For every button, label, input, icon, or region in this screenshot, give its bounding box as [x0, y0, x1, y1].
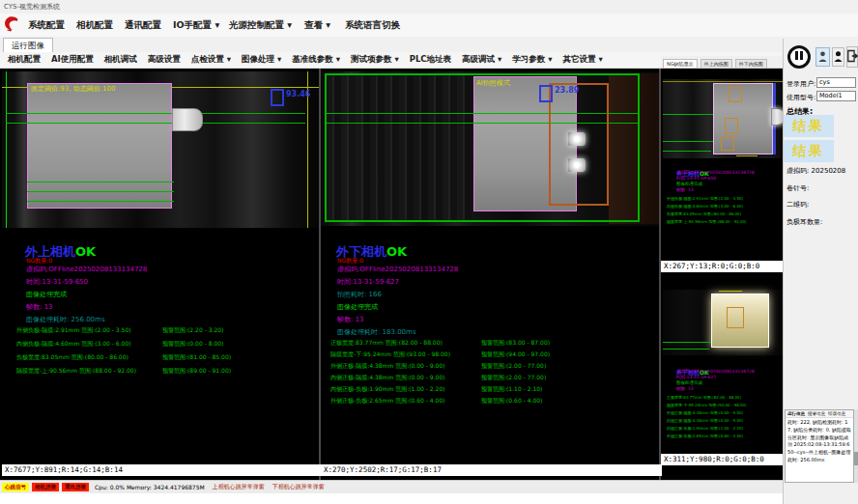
tab-connector-part — [172, 108, 203, 131]
roi-value: 23.89 — [555, 86, 579, 95]
roi-small-box — [725, 118, 738, 133]
tab-run-info[interactable]: 运行信息 — [787, 411, 805, 416]
toolbar-other-settings[interactable]: 其它设置 ▾ — [563, 54, 603, 66]
roi-small-box — [727, 307, 744, 328]
thumb-upper-done: 图像处理完成 — [676, 182, 702, 186]
tab-ng-defect-display[interactable]: NG缺陷显示 — [663, 59, 698, 68]
qr-code-label: 二维码: — [786, 200, 809, 210]
login-user-button[interactable] — [815, 47, 830, 67]
app-logo-icon — [3, 15, 20, 33]
cpu-memory-text: Cpu: 0.0% Memory: 3424.41796875M — [95, 484, 205, 490]
menu-item-view[interactable]: 查看 ▾ — [300, 14, 335, 37]
tab-alarm-info[interactable]: 报警信息 — [808, 411, 825, 416]
lower-done-text: 图像处理完成 — [337, 302, 378, 312]
toolbar-spotcheck-settings[interactable]: 点检设置 ▾ — [191, 54, 231, 66]
thumb-measure-row: 内侧负极-隔膜:4.60mm 范围:(3.00 - 6.00) — [667, 204, 743, 209]
model-input[interactable]: Model1 — [816, 91, 856, 101]
roi-value: 93.46 — [286, 90, 310, 98]
toolbar-advanced-debug[interactable]: 高级调试 ▾ — [462, 54, 501, 66]
measure-row: 内侧正极-负极:1.90mm 范围:(1.00 - 2.20)预警范围:(1.1… — [330, 385, 649, 394]
exit-button[interactable] — [846, 46, 858, 68]
thumb-measure-row: 外侧正极-负极:2.65mm 范围:(0.60 - 4.00) — [667, 434, 743, 438]
lower-camera-status: OK — [386, 244, 407, 259]
status-bar: 心跳信号 相机连接 通讯连接 Cpu: 0.0% Memory: 3424.41… — [0, 480, 783, 493]
thumb-lower-done: 图像处理完成 — [676, 380, 702, 385]
user-dark-icon — [834, 48, 843, 67]
upper-time: 时间:13-31-59-650 — [26, 277, 88, 287]
tab-error-info[interactable]: 错误信息 — [828, 411, 845, 416]
roi-blue-box — [539, 85, 553, 102]
toolbar-ai-use-config[interactable]: AI使用配置 — [51, 54, 94, 66]
app-window: CYS-视觉检测系统 系统配置 相机配置 通讯配置 IO手配置 ▾ 光源控制配置… — [0, 0, 858, 504]
menu-item-language-switch[interactable]: 系统语言切换 — [340, 14, 405, 37]
measure-row: 内侧正极-隔膜:4.38mm 范围:(0.00 - 9.00)预警范围:(2.0… — [330, 374, 649, 382]
baseline-yellow — [663, 81, 783, 82]
lower-thumbnail-image[interactable] — [663, 290, 783, 355]
login-user-label: 登录用户: — [786, 79, 815, 89]
info-scrollbar[interactable] — [854, 409, 858, 483]
menu-item-light-control[interactable]: 光源控制配置 ▾ — [224, 14, 297, 37]
tab-upper-inner-image[interactable]: 外上内伤图 — [701, 59, 732, 68]
electrode-tab-highlight — [568, 132, 586, 146]
upper-camera-image[interactable]: 固定阈值:93, 动态阈值:100 93.46 — [2, 71, 319, 228]
thumb-measure-row: 内侧正极-隔膜:4.38mm 范围:(0.00 - 9.00) — [667, 418, 743, 423]
tiny-annotation — [719, 291, 742, 292]
comm-link-badge: 通讯连接 — [62, 483, 89, 491]
upper-thumbnail-image[interactable] — [663, 79, 783, 158]
measure-row: 外侧正极-负极:2.65mm 范围:(0.60 - 4.00)预警范围:(0.6… — [330, 397, 649, 406]
thumb-measure-row: 外侧负极-隔膜:2.91mm 范围:(2.00 - 3.50) — [667, 196, 743, 201]
user-icon — [818, 48, 827, 67]
toolbar-learning-params[interactable]: 学习参数 ▾ — [512, 54, 552, 66]
admin-user-button[interactable] — [832, 47, 844, 67]
info-scrollbar-thumb[interactable] — [854, 452, 858, 465]
panel-divider — [659, 69, 661, 480]
separator-sheet-region — [27, 83, 172, 209]
info-tab-bar: 运行信息 报警信息 错误信息 — [786, 410, 853, 418]
toolbar-camera-debug[interactable]: 相机调试 — [104, 54, 137, 66]
measure-line — [663, 342, 711, 343]
tab-strip — [0, 37, 858, 53]
lower-camera-image[interactable]: AI拍照模式 23.89 — [321, 71, 659, 226]
toolbar-image-processing[interactable]: 图像处理 ▾ — [242, 54, 281, 66]
toolbar-camera-config[interactable]: 相机配置 — [8, 54, 41, 66]
measure-line — [6, 113, 305, 114]
thumb-measure-row: 内侧正极-负极:1.90mm 范围:(1.00 - 2.20) — [667, 426, 743, 431]
login-user-input[interactable]: cys — [816, 77, 856, 88]
upper-done-text: 图像处理完成 — [26, 290, 67, 299]
camera-link-badge: 相机连接 — [32, 483, 59, 491]
pause-button[interactable] — [787, 45, 811, 69]
measure-line — [27, 182, 174, 182]
menu-item-system-config[interactable]: 系统配置 — [23, 14, 70, 37]
menu-item-camera-config[interactable]: 相机配置 — [72, 14, 118, 37]
upper-elapsed: 图像处理耗时: 256.00ms — [26, 315, 105, 324]
exit-door-icon — [847, 48, 858, 67]
thumb-measure-row: 隔膜宽度-上:90.56mm 范围:(88.00 - 92.00) — [667, 219, 747, 224]
measure-row: 正极宽度:83.77mm 范围:(82.00 - 88.00)预警范围:(83.… — [330, 339, 649, 348]
upper-result-indicator: 结果 — [784, 115, 834, 137]
toolbar-plc-address-table[interactable]: PLC地址表 — [410, 54, 451, 66]
upper-pixel-coords: X:7677;Y:891;R:14;G:14;B:14 — [2, 464, 322, 476]
measure-line — [6, 123, 305, 124]
measure-line — [27, 191, 174, 192]
pause-icon — [795, 51, 798, 60]
window-title: CYS-视觉检测系统 — [4, 3, 60, 11]
lower-pixel-coords: X:270;Y:2502;R:17;G:17;B:17 — [321, 464, 662, 476]
lower-elapsed: 图像处理耗时: 183.00ms — [337, 327, 416, 337]
tab-lower-inner-image[interactable]: 外下内伤图 — [735, 59, 767, 68]
lower-photo-time: 拍照耗时: 166 — [337, 290, 382, 299]
thumb-lower-barcode: 虚拟码:OFFline20250208133134728 — [676, 369, 755, 374]
menu-item-comm-config[interactable]: 通讯配置 — [120, 14, 166, 37]
thumb-measure-row: 外侧正极-隔膜:4.38mm 范围:(0.00 - 9.00) — [667, 410, 743, 415]
measure-line — [663, 141, 713, 142]
toolbar-advanced-settings[interactable]: 高级设置 — [148, 54, 181, 66]
menu-item-io-config[interactable]: IO手配置 ▾ — [168, 14, 224, 37]
toolbar-test-item-params[interactable]: 测试项参数 ▾ — [351, 54, 399, 66]
measure-line — [27, 201, 174, 202]
thumb-upper-barcode: 虚拟码:OFFline20250208133134728 — [676, 170, 755, 175]
lower-frame-count: 帧数: 13 — [337, 315, 364, 324]
tab-run-image[interactable]: 运行图像 — [3, 38, 53, 53]
thumb-upper-pixel-coords: X:267;Y:13;R:0;G:0;B:0 — [661, 261, 786, 272]
toolbar-baseline-params[interactable]: 基准线参数 ▾ — [292, 54, 340, 66]
edge-line — [6, 71, 7, 228]
measure-row: 外侧负极-隔膜:2.91mm 范围:(2.00 - 3.50)预警范围:(2.2… — [16, 326, 316, 335]
